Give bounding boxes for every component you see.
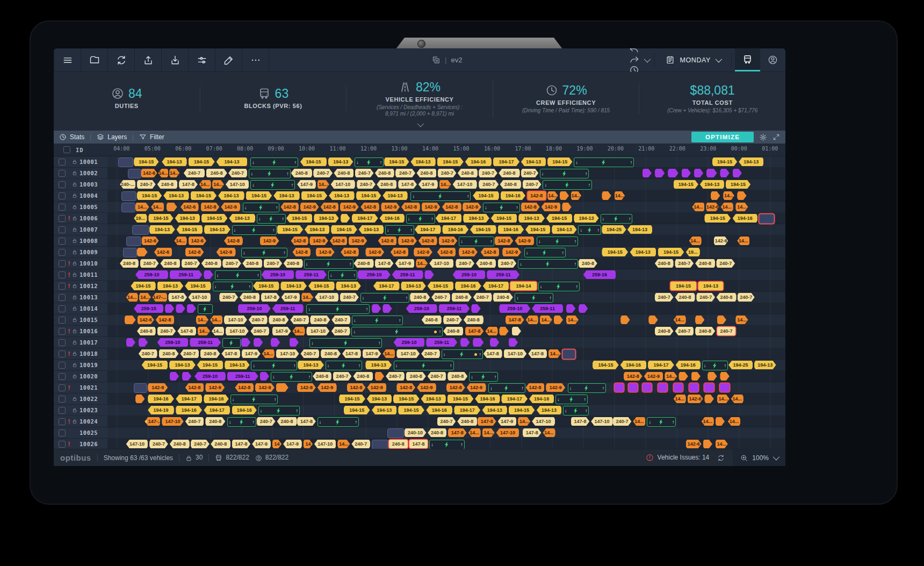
trip-block[interactable]: 147-9 [242,349,261,358]
charging-block[interactable]: ↓↑ [328,270,357,280]
trip-block[interactable]: 240-8 [416,169,436,177]
trip-block[interactable]: 194-17 [352,214,378,223]
trip-block[interactable]: 240-7 [498,259,517,268]
trip-block[interactable]: 240-8 [377,180,396,189]
deadhead-block[interactable] [716,417,725,426]
trip-block[interactable]: 240-8 [206,169,227,177]
trip-block[interactable]: 194-15 [473,191,499,200]
trip-block[interactable]: 142-8 [291,237,308,245]
deadhead-block[interactable] [460,338,470,347]
trip-block[interactable]: 147-8 [261,293,280,302]
charging-block[interactable]: ↓↑ [488,383,525,393]
trip-block[interactable]: 194-13 [169,361,196,369]
trip-block[interactable]: 142-8 [528,191,546,200]
deadhead-block[interactable] [187,304,196,313]
trip-block[interactable]: 14... [198,327,210,335]
trip-block[interactable]: 194-15 [301,191,328,200]
trip-block[interactable]: 194-13 [218,191,244,200]
deadhead-block[interactable] [276,383,288,392]
trip-block[interactable]: 194-16 [501,191,525,200]
trip-block[interactable]: 240-8 [159,349,179,358]
trip-block[interactable]: 147-8 [409,440,428,448]
trip-block[interactable]: 14... [292,327,305,335]
trip-block[interactable]: 142-8 [185,248,204,256]
deadhead-block[interactable] [135,395,145,403]
deadhead-block[interactable] [737,191,746,200]
trip-block[interactable]: 147-9 [418,180,438,189]
trip-block[interactable]: 142-6 [141,169,157,177]
trip-block[interactable]: 142-9 [515,237,534,245]
trip-block[interactable]: 240-8 [500,180,521,189]
depot-block[interactable] [759,214,774,224]
trip-block[interactable]: 14... [702,417,714,426]
trip-block[interactable]: 142-8 [418,237,437,245]
trip-block[interactable]: 142-9 [439,237,458,245]
trip-block[interactable]: 19... [134,214,147,223]
history-chevron-icon[interactable] [644,56,651,63]
charging-block[interactable]: ↓↑ [410,191,471,201]
trip-block[interactable]: 147-8 [221,349,240,358]
trip-block[interactable]: 147-10 [306,327,329,335]
trip-block[interactable]: 259-10 [238,304,271,313]
trip-block[interactable]: 194-13 [421,395,446,403]
trip-block[interactable]: 194-15 [300,157,327,166]
trip-block[interactable]: 194-13 [482,406,507,414]
charging-block[interactable]: ↓↑ [538,282,580,291]
deadhead-block[interactable] [720,383,729,392]
tab-vehicles[interactable] [735,48,760,71]
trip-block[interactable]: 259-11 [426,338,457,347]
trip-block[interactable]: 240-7 [523,180,542,189]
deadhead-block[interactable] [668,169,678,177]
trip-block[interactable]: 142-9 [422,203,441,211]
trip-block[interactable]: 14... [735,203,748,211]
deadhead-block[interactable] [704,395,713,403]
trip-block[interactable]: 147-10 [532,417,555,426]
trip-block[interactable]: 142-6 [688,395,703,403]
trip-block[interactable]: 142-9 [542,203,561,211]
trip-block[interactable]: 142-8 [526,383,545,392]
trip-block[interactable]: 142-8 [341,248,359,256]
depot-block[interactable] [123,248,137,257]
trip-block[interactable]: 194-17 [176,395,202,403]
trip-block[interactable]: 194-17 [501,395,528,403]
trip-block[interactable]: 147-8 [177,327,196,335]
trip-block[interactable]: 240-8 [160,259,180,268]
deadhead-block[interactable] [204,270,213,279]
trip-block[interactable]: 194-15 [712,157,737,166]
trip-block[interactable]: 194-15 [339,395,365,403]
trip-block[interactable]: 142-9 [502,248,521,256]
row-checkbox[interactable] [59,260,66,267]
deadhead-block[interactable] [682,169,691,177]
trip-block[interactable]: 19... [686,248,700,256]
trip-block[interactable]: 14... [633,417,645,426]
trip-block[interactable]: 142-6 [686,440,702,448]
trip-block[interactable]: 259-10 [194,372,226,381]
row-checkbox[interactable] [59,181,66,188]
trip-block[interactable]: 14... [174,237,186,245]
deadhead-block[interactable] [733,169,742,177]
charging-block[interactable]: ↓↑ [442,349,483,359]
trip-block[interactable]: 240-8 [157,180,178,189]
deadhead-block[interactable] [708,372,717,381]
trip-block[interactable]: 240-7 [613,417,632,426]
trip-block[interactable]: 142-9 [417,383,436,392]
trip-block[interactable]: 194-16 [204,395,228,403]
trip-block[interactable]: 194-13 [518,214,545,223]
deadhead-block[interactable] [706,169,717,177]
trip-block[interactable]: 240-7 [386,372,405,381]
charging-block[interactable]: ↓↑ [213,282,252,291]
trip-block[interactable]: 194-13 [157,282,184,290]
row-checkbox[interactable] [59,226,66,233]
trip-block[interactable]: 194-13 [216,157,248,166]
deadhead-block[interactable] [691,372,701,381]
trip-block[interactable]: 240-8 [655,327,674,335]
trip-block[interactable]: 240-7 [300,349,319,358]
trip-block[interactable]: 147-10 [496,428,519,437]
trip-block[interactable]: 194-17 [493,157,519,166]
charging-block[interactable]: ↓↑ [258,406,300,415]
trip-block[interactable]: 240-8 [310,316,330,324]
trip-block[interactable]: 194-17 [436,214,462,223]
trip-block[interactable]: 194-13 [298,361,324,369]
undo-button[interactable] [624,48,644,55]
trip-block[interactable]: 14... [548,349,561,358]
